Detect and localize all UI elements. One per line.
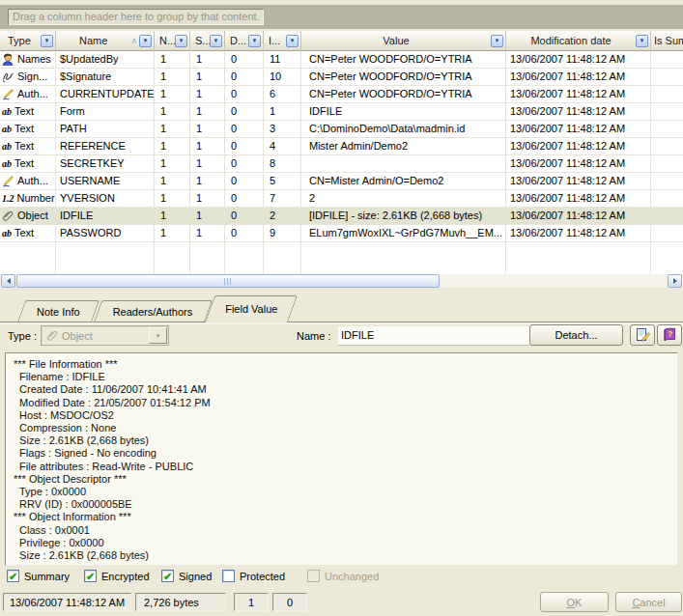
cell-modification-date[interactable]: 13/06/2007 11:48:12 AM (506, 225, 651, 242)
check-icon[interactable]: ✔ (161, 570, 174, 582)
cell-is-summary[interactable] (651, 138, 683, 155)
cell-d[interactable]: 0 (225, 190, 264, 208)
filter-dropdown-icon[interactable]: ▼ (286, 35, 299, 47)
tab-field-value[interactable]: Field Value (210, 295, 293, 322)
cell-n[interactable]: 1 (155, 155, 190, 173)
cell-is-summary[interactable] (651, 86, 683, 103)
cell-s[interactable]: 1 (190, 190, 225, 208)
cell-i[interactable]: 9 (264, 225, 301, 242)
cell-name[interactable]: CURRENTUPDATER (56, 86, 155, 103)
grid-row-reference[interactable]: abTextREFERENCE1104Mister Admin/Demo213/… (0, 138, 683, 155)
grid-row-password[interactable]: abTextPASSWORD1109ELum7gmWoxIXL~GrPdG7Mu… (0, 225, 683, 242)
cell-value[interactable]: ELum7gmWoxIXL~GrPdG7Muvh__EM... (301, 225, 506, 242)
cell-d[interactable]: 0 (225, 225, 264, 242)
cell-value[interactable]: [IDFILE] - size: 2.61KB (2,668 bytes) (301, 208, 506, 225)
cell-is-summary[interactable] (651, 103, 683, 121)
cell-n[interactable]: 1 (155, 225, 190, 242)
column-header-modification-date[interactable]: Modification date▼ (506, 31, 651, 51)
grid-row-currentupdater[interactable]: Auth...CURRENTUPDATER1106CN=Peter WOODFO… (0, 86, 683, 103)
cell-n[interactable]: 1 (155, 138, 190, 155)
cell-i[interactable]: 4 (264, 138, 301, 155)
checkbox-encrypted[interactable]: ✔Encrypted (84, 570, 150, 582)
tab-readers-authors[interactable]: Readers/Authors (98, 300, 209, 322)
scroll-left-button[interactable] (1, 274, 15, 288)
cell-s[interactable]: 1 (190, 103, 225, 121)
cell-s[interactable]: 1 (190, 86, 225, 103)
cell-modification-date[interactable]: 13/06/2007 11:48:12 AM (506, 138, 651, 155)
column-header-n[interactable]: N...▼ (155, 31, 190, 51)
cell-modification-date[interactable]: 13/06/2007 11:48:12 AM (506, 51, 651, 69)
cell-name[interactable]: IDFILE (56, 208, 155, 225)
cell-i[interactable]: 6 (264, 86, 301, 103)
cell-value[interactable]: IDFILE (301, 103, 506, 121)
checkbox-signed[interactable]: ✔Signed (161, 570, 212, 582)
cell-n[interactable]: 1 (155, 190, 190, 208)
cell-s[interactable]: 1 (190, 69, 225, 86)
cell-i[interactable]: 1 (264, 103, 301, 121)
cell-s[interactable]: 1 (190, 51, 225, 69)
checkbox-empty[interactable] (222, 570, 235, 582)
cell-s[interactable]: 1 (190, 208, 225, 225)
cell-type[interactable]: abText (0, 103, 56, 121)
cell-d[interactable]: 0 (225, 208, 264, 225)
cell-n[interactable]: 1 (155, 69, 190, 86)
cell-value[interactable]: CN=Peter WOODFORD/O=YTRIA (301, 86, 506, 103)
column-header-i[interactable]: I...▼ (264, 31, 301, 51)
cell-name[interactable]: $Signature (56, 69, 155, 86)
cell-s[interactable]: 1 (190, 155, 225, 173)
cell-s[interactable]: 1 (190, 173, 225, 190)
cell-name[interactable]: YVERSION (56, 190, 155, 208)
cell-i[interactable]: 5 (264, 173, 301, 190)
cell-n[interactable]: 1 (155, 103, 190, 121)
name-field[interactable]: IDFILE (338, 326, 529, 346)
grid-row-updatedby[interactable]: Names$UpdatedBy11011CN=Peter WOODFORD/O=… (0, 51, 683, 69)
cell-modification-date[interactable]: 13/06/2007 11:48:12 AM (506, 121, 651, 138)
cell-name[interactable]: Form (56, 103, 155, 121)
cell-type[interactable]: Sign... (0, 69, 56, 86)
group-by-bar[interactable]: Drag a column header here to group by th… (0, 5, 683, 29)
cell-name[interactable]: SECRETKEY (56, 155, 155, 173)
filter-dropdown-icon[interactable]: ▼ (636, 35, 648, 47)
cell-d[interactable]: 0 (225, 86, 264, 103)
checkbox-summary[interactable]: ✔Summary (7, 570, 70, 582)
column-header-s[interactable]: S...▼ (190, 31, 225, 51)
cell-is-summary[interactable] (651, 208, 683, 225)
cell-d[interactable]: 0 (225, 51, 264, 69)
cell-modification-date[interactable]: 13/06/2007 11:48:12 AM (506, 173, 651, 190)
column-header-d[interactable]: D...▼ (225, 31, 264, 51)
cell-type[interactable]: abText (0, 121, 56, 138)
cell-type[interactable]: Names (0, 51, 56, 69)
cell-is-summary[interactable] (651, 69, 683, 86)
cell-name[interactable]: REFERENCE (56, 138, 155, 155)
scrollbar-thumb[interactable] (16, 274, 440, 288)
cell-value[interactable]: C:\DominoDemo\Data\madmin.id (301, 121, 506, 138)
cell-is-summary[interactable] (651, 155, 683, 173)
cell-i[interactable]: 7 (264, 190, 301, 208)
filter-dropdown-icon[interactable]: ▼ (210, 35, 222, 47)
cell-is-summary[interactable] (651, 51, 683, 69)
cell-type[interactable]: Auth... (0, 86, 56, 103)
cell-n[interactable]: 1 (155, 86, 190, 103)
cell-name[interactable]: PASSWORD (56, 225, 155, 242)
help-button[interactable]: ? (657, 324, 682, 346)
cell-type[interactable]: Object (0, 208, 56, 225)
filter-dropdown-icon[interactable]: ▼ (41, 35, 53, 47)
column-header-type[interactable]: Type▼ (0, 31, 56, 51)
cell-is-summary[interactable] (651, 190, 683, 208)
cell-n[interactable]: 1 (155, 51, 190, 69)
cell-modification-date[interactable]: 13/06/2007 11:48:12 AM (506, 208, 651, 225)
cell-modification-date[interactable]: 13/06/2007 11:48:12 AM (506, 69, 651, 86)
cell-i[interactable]: 8 (264, 155, 301, 173)
cell-type[interactable]: abText (0, 138, 56, 155)
edit-document-button[interactable] (630, 324, 655, 346)
cell-n[interactable]: 1 (155, 208, 190, 225)
grid-row-form[interactable]: abTextForm1101IDFILE13/06/2007 11:48:12 … (0, 103, 683, 121)
checkbox-protected[interactable]: Protected (222, 570, 285, 582)
column-header-value[interactable]: Value▼ (301, 31, 506, 51)
cell-modification-date[interactable]: 13/06/2007 11:48:12 AM (506, 190, 651, 208)
cell-name[interactable]: USERNAME (56, 173, 155, 190)
cell-i[interactable]: 10 (264, 69, 301, 86)
check-icon[interactable]: ✔ (84, 570, 97, 582)
detach-button[interactable]: Detach... (529, 324, 623, 346)
cell-type[interactable]: Auth... (0, 173, 56, 190)
